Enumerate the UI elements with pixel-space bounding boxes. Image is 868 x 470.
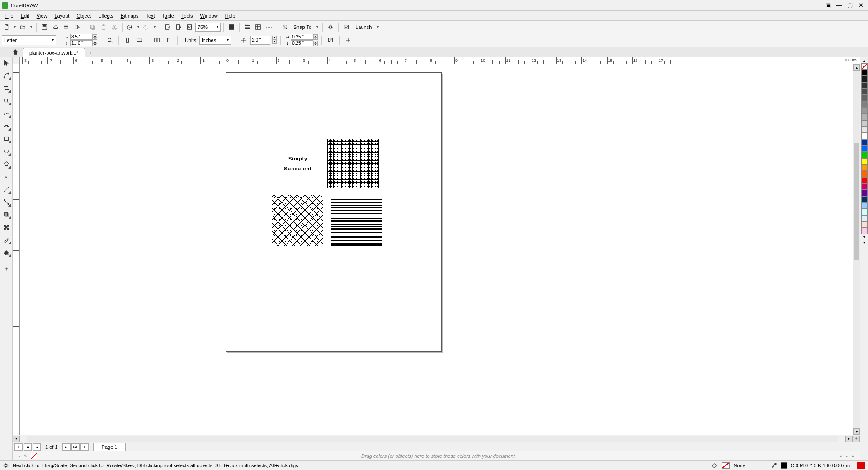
next-page-button[interactable]: ▸ — [62, 443, 71, 451]
open-button[interactable] — [18, 22, 28, 32]
fill-tool[interactable] — [1, 248, 11, 258]
menu-window[interactable]: Window — [197, 12, 222, 19]
artwork-text[interactable]: Simply Succulent — [271, 152, 325, 172]
width-spinner[interactable]: ▴▾ — [93, 34, 97, 40]
palette-swatch[interactable] — [861, 190, 868, 196]
launch-button[interactable]: Launch — [352, 23, 375, 32]
horizontal-ruler[interactable]: inches -8-7-6-5-4-3-2-101234567891011121… — [20, 57, 860, 64]
shape-tool[interactable] — [1, 70, 11, 80]
cut-button[interactable] — [109, 22, 119, 32]
palette-swatch[interactable] — [861, 82, 868, 89]
export-button[interactable] — [72, 22, 82, 32]
artwork-pattern-diamond[interactable] — [272, 195, 323, 246]
navigator-button[interactable]: ⌖ — [853, 436, 860, 442]
page-preset-select[interactable]: Letter▾ — [2, 35, 56, 45]
new-button[interactable] — [2, 22, 12, 32]
palette-expand-button[interactable]: ◂ — [861, 240, 868, 245]
doc-palette-left[interactable]: ◂ — [837, 453, 844, 459]
nudge-input[interactable] — [250, 36, 270, 45]
open-dropdown[interactable]: ▾ — [29, 22, 33, 32]
import-button[interactable] — [163, 22, 173, 32]
cloud-button[interactable] — [50, 22, 60, 32]
eyedropper-tool[interactable] — [1, 235, 11, 245]
connector-tool[interactable] — [1, 197, 11, 207]
menu-view[interactable]: View — [33, 12, 51, 19]
page-width-input[interactable] — [70, 34, 93, 40]
add-page-after-button[interactable]: + — [80, 443, 89, 451]
units-select[interactable]: inches▾ — [199, 36, 231, 45]
text-tool[interactable]: A — [1, 172, 11, 182]
artwork-pattern-lines[interactable] — [331, 195, 382, 246]
palette-swatch[interactable] — [861, 89, 868, 95]
nudge-spinner[interactable]: ▴▾ — [272, 36, 277, 45]
ellipse-tool[interactable] — [1, 146, 11, 156]
dup-x-input[interactable] — [291, 34, 313, 40]
document-palette[interactable]: ▸ ✎ Drag colors (or objects) here to sto… — [13, 451, 860, 460]
palette-swatch[interactable] — [861, 70, 868, 76]
vscroll-thumb[interactable] — [854, 143, 859, 260]
palette-swatch[interactable] — [861, 108, 868, 114]
portrait-button[interactable] — [123, 35, 132, 45]
palette-swatch[interactable] — [861, 228, 868, 234]
redo-dropdown[interactable]: ▾ — [152, 22, 157, 32]
document-tab[interactable]: planter-box-artwork...* — [23, 48, 85, 57]
dup-y-input[interactable] — [291, 40, 313, 46]
palette-swatch[interactable] — [861, 183, 868, 190]
scroll-down-button[interactable]: ▾ — [853, 428, 860, 435]
doc-palette-right[interactable]: ▸ — [844, 453, 850, 459]
undo-button[interactable] — [125, 22, 135, 32]
snap-off-button[interactable] — [280, 22, 290, 32]
fill-swatch-none[interactable] — [722, 462, 730, 469]
palette-swatch[interactable] — [861, 101, 868, 108]
palette-swatch[interactable] — [861, 209, 868, 215]
page-height-input[interactable] — [70, 40, 93, 46]
save-button[interactable] — [39, 22, 49, 32]
fill-indicator-icon[interactable] — [712, 462, 718, 469]
zoom-level-select[interactable]: 75%▾ — [195, 23, 221, 32]
menu-help[interactable]: Help — [222, 12, 239, 19]
palette-swatch[interactable] — [861, 133, 868, 139]
snap-to-button[interactable]: Snap To — [291, 23, 314, 32]
transparency-tool[interactable] — [1, 222, 11, 232]
horizontal-scrollbar[interactable]: ◂ ▸ ⌖ — [13, 435, 860, 442]
palette-swatch[interactable] — [861, 196, 868, 202]
page-tab[interactable]: Page 1 — [93, 443, 126, 451]
menu-bitmaps[interactable]: Bitmaps — [117, 12, 142, 19]
palette-swatch[interactable] — [861, 171, 868, 177]
freehand-tool[interactable] — [1, 108, 11, 118]
new-tab-button[interactable]: + — [87, 49, 95, 57]
palette-swatch[interactable] — [861, 202, 868, 209]
palette-swatch[interactable] — [861, 120, 868, 127]
polygon-tool[interactable] — [1, 159, 11, 169]
dup-x-spinner[interactable]: ▴▾ — [313, 34, 318, 40]
quick-customize-button[interactable] — [1, 264, 11, 274]
export2-button[interactable] — [174, 22, 184, 32]
publish-pdf-button[interactable]: PDF — [184, 22, 194, 32]
show-guides-button[interactable] — [264, 22, 274, 32]
minimize-button[interactable]: — — [834, 1, 844, 9]
scroll-right-button[interactable]: ▸ — [845, 436, 853, 442]
dup-y-spinner[interactable]: ▴▾ — [313, 41, 318, 46]
canvas[interactable]: Simply Succulent — [20, 64, 853, 435]
height-spinner[interactable]: ▴▾ — [93, 41, 97, 46]
app-launcher-icon[interactable] — [341, 22, 351, 32]
home-tab[interactable] — [11, 47, 20, 56]
close-button[interactable]: ✕ — [856, 1, 866, 9]
palette-swatch[interactable] — [861, 114, 868, 120]
options-button[interactable] — [326, 22, 335, 32]
vertical-scrollbar[interactable]: ▴ ▾ — [853, 64, 860, 435]
crop-tool[interactable] — [1, 83, 11, 93]
show-rulers-button[interactable] — [242, 22, 252, 32]
last-page-button[interactable]: ⏭ — [71, 443, 80, 451]
doc-palette-expand[interactable]: ▸ — [850, 453, 856, 459]
menu-file[interactable]: File — [2, 12, 17, 19]
palette-swatch[interactable] — [861, 221, 868, 228]
status-color-proof-icon[interactable] — [857, 462, 865, 469]
doc-palette-nocolor[interactable] — [31, 453, 37, 459]
menu-edit[interactable]: Edit — [17, 12, 33, 19]
zoom-tool[interactable] — [1, 96, 11, 106]
add-preset-button[interactable] — [343, 35, 353, 45]
menu-tools[interactable]: Tools — [178, 12, 197, 19]
treat-as-filled-button[interactable] — [326, 35, 335, 45]
palette-down-button[interactable]: ▾ — [861, 234, 868, 240]
